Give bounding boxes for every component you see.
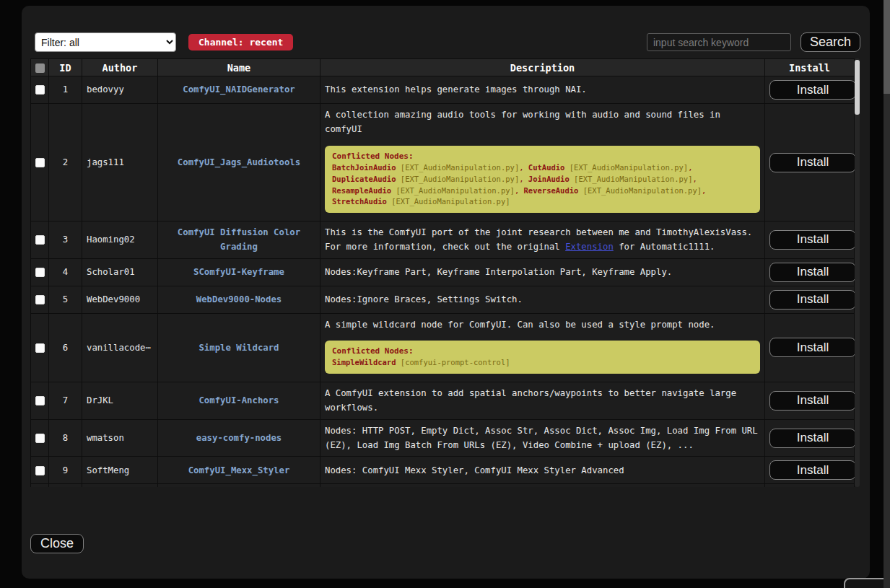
install-button[interactable]: Install [769, 338, 856, 357]
install-button[interactable]: Install [769, 153, 856, 172]
table-scrollbar[interactable] [855, 58, 860, 487]
row-name-cell: Simple Wildcard [158, 313, 320, 382]
row-id: 9 [49, 457, 82, 484]
row-name-link[interactable]: ComfyUI_Mexx_Styler [188, 465, 290, 475]
row-select-cell [31, 457, 49, 484]
conflict-node-list: SimpleWildcard [comfyui-prompt-control] [332, 357, 753, 369]
search-input[interactable] [647, 33, 791, 51]
row-name-cell: WebDev9000-Nodes [158, 286, 320, 313]
table-row: 8 wmatson easy-comfy-nodes Nodes: HTTP P… [31, 419, 855, 457]
search-button[interactable]: Search [800, 32, 860, 52]
row-name-link[interactable]: ComfyUI_NAIDGenerator [183, 84, 295, 95]
row-select-cell [31, 221, 49, 259]
row-checkbox[interactable] [35, 158, 45, 167]
row-checkbox[interactable] [35, 268, 45, 277]
row-id: 10 [49, 484, 82, 487]
install-button[interactable]: Install [769, 230, 856, 250]
row-name-link[interactable]: easy-comfy-nodes [196, 433, 282, 443]
row-id: 3 [49, 221, 82, 259]
row-checkbox[interactable] [35, 396, 45, 405]
row-checkbox[interactable] [35, 343, 45, 353]
row-name-cell: ComfyUI Diffusion Color Grading [158, 221, 320, 259]
row-name-cell: ComfyUI_Mexx_Styler [158, 457, 320, 484]
row-install-cell: Install [765, 313, 855, 382]
row-name-cell: SComfyUI-Keyframe [158, 258, 320, 286]
install-button[interactable]: Install [769, 429, 856, 448]
install-button[interactable]: Install [769, 460, 856, 480]
custom-nodes-table: ID Author Name Description Install 1 bed… [30, 58, 855, 487]
row-description-cell: This extension helps generate images thr… [320, 76, 765, 104]
row-checkbox[interactable] [35, 295, 45, 304]
page-scrollbar-thumb[interactable] [884, 0, 890, 94]
filter-select[interactable]: Filter: all [35, 32, 176, 52]
row-author: SoftMeng [82, 457, 158, 484]
select-all-checkbox[interactable] [35, 63, 45, 73]
row-description: This extension helps generate images thr… [325, 82, 760, 97]
conflict-title: Conflicted Nodes: [332, 346, 753, 358]
row-name-cell: ComfyUI-Anchors [158, 382, 320, 420]
row-id: 7 [49, 382, 82, 420]
row-install-cell: Install [765, 484, 855, 487]
row-name-link[interactable]: ComfyUI_Jags_Audiotools [178, 157, 300, 167]
channel-badge: Channel: recent [188, 34, 293, 51]
table-row: 10 zcfrank1st ComfyUI Yolov8 Nodes: Yolo… [31, 484, 855, 487]
row-description-cell: A ComfyUI extension to add spatial ancho… [320, 382, 765, 420]
close-button[interactable]: Close [30, 534, 84, 553]
row-name-link[interactable]: ComfyUI Diffusion Color Grading [178, 227, 300, 252]
row-name-link[interactable]: WebDev9000-Nodes [196, 294, 282, 304]
row-name-link[interactable]: Simple Wildcard [198, 343, 279, 353]
row-name-cell: ComfyUI_NAIDGenerator [158, 76, 320, 104]
install-custom-nodes-dialog: Filter: all Channel: recent Search ID Au… [22, 6, 870, 579]
row-checkbox[interactable] [35, 466, 45, 475]
page-scrollbar[interactable] [884, 0, 890, 588]
table-row: 1 bedovyy ComfyUI_NAIDGenerator This ext… [31, 76, 855, 104]
table-body: 1 bedovyy ComfyUI_NAIDGenerator This ext… [31, 76, 855, 488]
table-row: 5 WebDev9000 WebDev9000-Nodes Nodes:Igno… [31, 286, 855, 313]
install-button[interactable]: Install [769, 80, 856, 100]
row-description-cell: Nodes: Yolov8Detection, Yolov8Segmentati… [320, 484, 765, 487]
row-select-cell [31, 104, 49, 221]
row-author: jags111 [82, 104, 158, 221]
row-description: This is the ComfyUI port of the joint re… [325, 225, 760, 255]
toolbar-search-group: Search [647, 32, 860, 52]
row-name-cell: ComfyUI_Jags_Audiotools [158, 104, 320, 221]
row-author: bedovyy [82, 76, 158, 104]
row-name-cell: easy-comfy-nodes [158, 419, 320, 457]
row-name-link[interactable]: SComfyUI-Keyframe [193, 267, 284, 277]
row-checkbox[interactable] [35, 235, 45, 245]
row-author: Haoming02 [82, 221, 158, 259]
row-description-cell: Nodes: HTTP POST, Empty Dict, Assoc Str,… [320, 419, 765, 457]
column-header-name: Name [158, 59, 320, 76]
row-select-cell [31, 382, 49, 420]
row-description: A ComfyUI extension to add spatial ancho… [325, 386, 760, 416]
row-description: A simple wildcard node for ComfyUI. Can … [325, 317, 760, 332]
column-header-id: ID [49, 59, 82, 76]
custom-nodes-table-container: ID Author Name Description Install 1 bed… [30, 58, 860, 487]
row-author: WebDev9000 [82, 286, 158, 313]
table-row: 6 vanillacode⋯ Simple Wildcard A simple … [31, 313, 855, 382]
install-button[interactable]: Install [769, 391, 856, 411]
row-name-cell: ComfyUI Yolov8 [158, 484, 320, 487]
row-install-cell: Install [765, 258, 855, 286]
row-checkbox[interactable] [35, 434, 45, 443]
column-header-author: Author [82, 59, 158, 76]
row-install-cell: Install [765, 419, 855, 457]
row-author: zcfrank1st [82, 484, 158, 487]
row-select-cell [31, 484, 49, 487]
row-select-cell [31, 419, 49, 457]
row-description: Nodes:Keyframe Part, Keyframe Interpolat… [325, 265, 760, 279]
row-description: Nodes: ComfyUI Mexx Styler, ComfyUI Mexx… [325, 463, 760, 478]
row-select-cell [31, 258, 49, 286]
row-id: 5 [49, 286, 82, 313]
table-scrollbar-thumb[interactable] [855, 60, 860, 115]
install-button[interactable]: Install [769, 263, 856, 282]
table-row: 3 Haoming02 ComfyUI Diffusion Color Grad… [31, 221, 855, 259]
description-link[interactable]: Extension [565, 242, 614, 252]
row-name-link[interactable]: ComfyUI-Anchors [198, 395, 279, 405]
table-header-row: ID Author Name Description Install [31, 59, 855, 76]
table-row: 2 jags111 ComfyUI_Jags_Audiotools A coll… [31, 104, 855, 221]
install-button[interactable]: Install [769, 290, 856, 310]
toolbar: Filter: all Channel: recent Search [30, 32, 860, 52]
row-checkbox[interactable] [35, 85, 45, 95]
table-row: 4 Scholar01 SComfyUI-Keyframe Nodes:Keyf… [31, 258, 855, 286]
